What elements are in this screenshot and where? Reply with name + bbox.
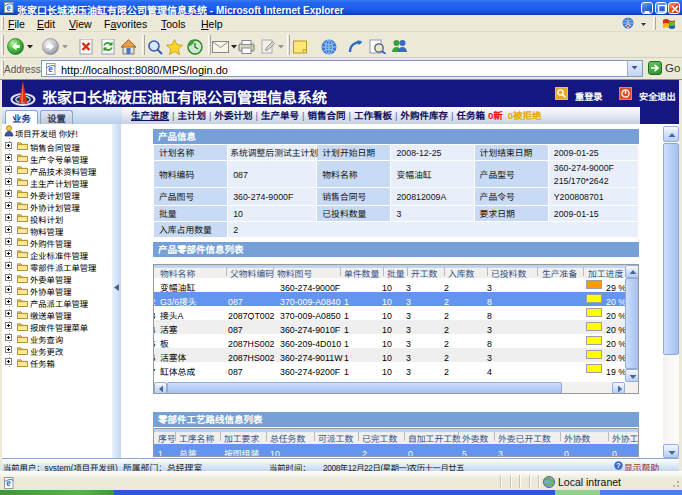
svg-text:e: e [6, 477, 11, 488]
svg-text:e: e [48, 63, 53, 74]
svg-text:?: ? [616, 461, 620, 470]
